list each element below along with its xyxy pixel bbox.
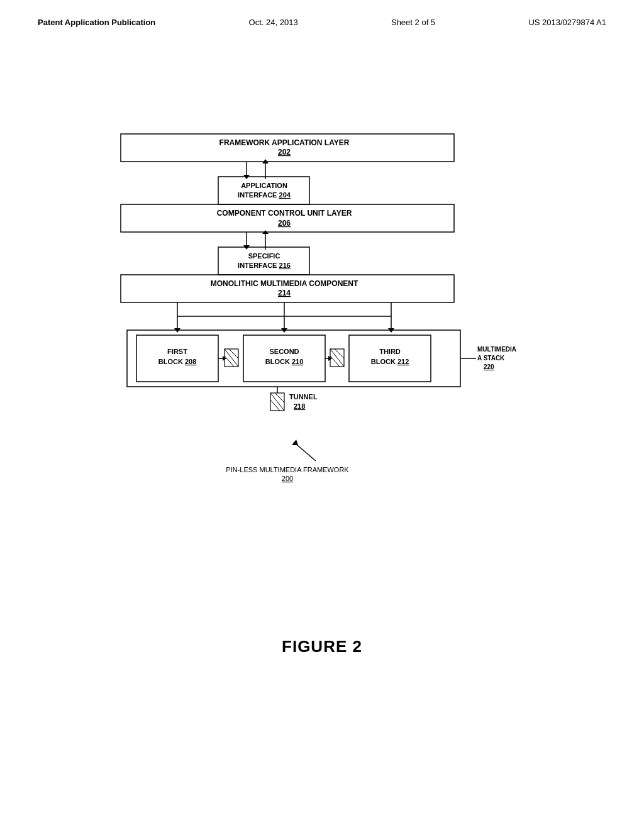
svg-text:206: 206 bbox=[278, 219, 291, 228]
svg-text:200: 200 bbox=[282, 475, 293, 482]
sheet-info: Sheet 2 of 5 bbox=[391, 18, 435, 27]
svg-line-39 bbox=[225, 356, 234, 367]
svg-text:214: 214 bbox=[278, 289, 291, 297]
svg-line-40 bbox=[229, 349, 238, 358]
svg-text:INTERFACE 216: INTERFACE 216 bbox=[238, 262, 291, 269]
svg-text:218: 218 bbox=[294, 402, 305, 410]
svg-rect-17 bbox=[218, 247, 309, 275]
svg-text:SECOND: SECOND bbox=[269, 348, 299, 355]
publication-date: Oct. 24, 2013 bbox=[249, 18, 298, 27]
svg-text:BLOCK 212: BLOCK 212 bbox=[371, 358, 409, 365]
patent-header: Patent Application Publication Oct. 24, … bbox=[0, 0, 644, 33]
svg-line-48 bbox=[330, 356, 340, 367]
svg-text:FIRST: FIRST bbox=[167, 348, 187, 355]
svg-text:220: 220 bbox=[484, 363, 494, 370]
svg-text:FRAMEWORK APPLICATION LAYER: FRAMEWORK APPLICATION LAYER bbox=[219, 138, 350, 147]
figure-label: FIGURE 2 bbox=[0, 637, 644, 656]
svg-text:BLOCK 208: BLOCK 208 bbox=[158, 358, 197, 365]
svg-line-49 bbox=[335, 349, 344, 358]
svg-rect-7 bbox=[218, 177, 309, 204]
svg-text:INTERFACE 204: INTERFACE 204 bbox=[238, 191, 291, 199]
svg-text:MULTIMEDIA: MULTIMEDIA bbox=[477, 346, 516, 353]
svg-text:BLOCK 210: BLOCK 210 bbox=[265, 358, 304, 365]
svg-text:MONOLITHIC MULTIMEDIA COMPONEN: MONOLITHIC MULTIMEDIA COMPONENT bbox=[211, 279, 358, 288]
patent-number: US 2013/0279874 A1 bbox=[528, 18, 606, 27]
svg-text:COMPONENT CONTROL UNIT LAYER: COMPONENT CONTROL UNIT LAYER bbox=[217, 209, 352, 218]
figure-2-diagram: FRAMEWORK APPLICATION LAYER 202 APPLICAT… bbox=[102, 128, 542, 517]
svg-text:PIN-LESS MULTIMEDIA FRAMEWORK: PIN-LESS MULTIMEDIA FRAMEWORK bbox=[226, 466, 349, 473]
svg-line-62 bbox=[275, 393, 284, 402]
publication-type: Patent Application Publication bbox=[38, 18, 155, 27]
svg-text:A STACK: A STACK bbox=[477, 355, 505, 362]
svg-marker-67 bbox=[292, 440, 298, 445]
svg-text:APPLICATION: APPLICATION bbox=[241, 182, 287, 189]
diagram-area: FRAMEWORK APPLICATION LAYER 202 APPLICAT… bbox=[0, 109, 644, 536]
svg-text:202: 202 bbox=[278, 148, 291, 157]
svg-text:SPECIFIC: SPECIFIC bbox=[248, 252, 280, 260]
svg-line-61 bbox=[270, 400, 280, 411]
svg-text:TUNNEL: TUNNEL bbox=[289, 393, 318, 401]
svg-text:THIRD: THIRD bbox=[379, 348, 401, 355]
